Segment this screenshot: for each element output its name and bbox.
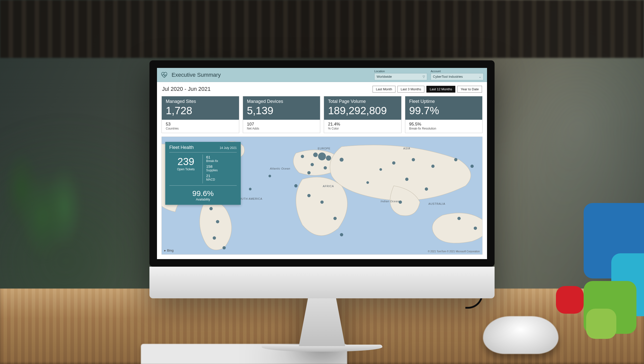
kpi-title: Managed Sites (166, 99, 235, 104)
kpi-value: 99.7% (409, 105, 478, 116)
map-label-au: Australia (428, 202, 445, 205)
availability-label: Availability (169, 198, 237, 201)
dashboard-root: Executive Summary Location Worldwide ▽ A… (157, 68, 487, 259)
kpi-value: 189,292,809 (328, 105, 397, 116)
range-pill-1[interactable]: Last 3 Months (397, 86, 425, 93)
svg-point-25 (454, 158, 457, 161)
world-map[interactable]: North America South America Europe Afric… (162, 137, 482, 255)
bing-icon: ▸ (164, 249, 166, 252)
location-value: Worldwide (377, 75, 392, 78)
kpi-value: 5,139 (247, 105, 316, 116)
svg-point-9 (301, 155, 304, 158)
monitor-chin (149, 267, 495, 298)
svg-point-14 (311, 163, 314, 166)
open-tickets-value: 239 (170, 156, 202, 167)
kpi-sub-label: % Color (328, 127, 397, 130)
range-pill-2[interactable]: Last 12 Months (426, 86, 455, 93)
availability-value: 99.6% (169, 189, 237, 198)
svg-point-35 (379, 168, 382, 171)
account-select[interactable]: CyberTool Industries ⌄ (431, 73, 484, 80)
kpi-sub-label: Break-fix Resolution (409, 127, 478, 130)
health-icon (160, 71, 168, 79)
svg-point-27 (405, 178, 409, 181)
date-range-text: Jul 2020 - Jun 2021 (162, 86, 211, 92)
svg-point-22 (392, 161, 395, 165)
svg-point-26 (470, 165, 474, 168)
svg-point-5 (210, 207, 213, 210)
kpi-title: Total Page Volume (328, 99, 397, 104)
svg-point-17 (294, 184, 298, 187)
kpi-row: Managed Sites1,72853CountriesManaged Dev… (157, 96, 487, 133)
svg-point-24 (431, 165, 434, 168)
svg-point-6 (216, 220, 219, 223)
svg-point-21 (340, 233, 343, 236)
header-bar: Executive Summary Location Worldwide ▽ A… (157, 68, 487, 82)
monitor-frame: Executive Summary Location Worldwide ▽ A… (149, 60, 495, 352)
filter-icon: ▽ (423, 75, 425, 78)
kpi-title: Managed Devices (247, 99, 316, 104)
range-pill-0[interactable]: Last Month (373, 86, 395, 93)
scene-photo-background: Executive Summary Location Worldwide ▽ A… (0, 0, 644, 364)
svg-point-8 (222, 246, 226, 250)
map-label-indian: Indian Ocean (381, 200, 399, 203)
ceiling-backdrop (0, 0, 644, 58)
page-title: Executive Summary (172, 72, 221, 78)
range-pill-3[interactable]: Year to Date (457, 86, 482, 93)
fleet-row-1: 158Supplies (206, 164, 237, 172)
map-label-eu: Europe (318, 147, 330, 150)
kpi-card-2[interactable]: Total Page Volume189,292,80921.4%% Color (324, 96, 401, 133)
svg-point-7 (213, 236, 216, 240)
kpi-sub-label: Countries (166, 127, 235, 130)
kpi-card-1[interactable]: Managed Devices5,139107Net Adds (243, 96, 320, 133)
fleet-health-card: Fleet Health 14 July 2021 239 Open Ticke… (165, 142, 241, 205)
svg-point-30 (457, 217, 461, 220)
svg-point-18 (307, 194, 311, 197)
account-value: CyberTool Industries (433, 75, 463, 78)
svg-point-33 (249, 188, 251, 190)
svg-point-28 (425, 187, 428, 191)
fleet-health-date: 14 July 2021 (220, 146, 237, 150)
range-pill-group: Last MonthLast 3 MonthsLast 12 MonthsYea… (373, 86, 482, 93)
location-label: Location (374, 70, 427, 73)
kpi-value: 1,728 (166, 105, 235, 116)
dashboard-screen: Executive Summary Location Worldwide ▽ A… (157, 68, 487, 259)
range-bar: Jul 2020 - Jun 2021 Last MonthLast 3 Mon… (157, 82, 487, 96)
logo-square-lime (586, 309, 616, 339)
map-label-atlantic: Atlantic Ocean (270, 167, 290, 170)
fleet-breakdown: 61Break-fix158Supplies21MACD (203, 154, 237, 183)
location-select[interactable]: Worldwide ▽ (374, 73, 427, 80)
svg-point-10 (313, 152, 318, 157)
svg-point-19 (320, 200, 324, 204)
map-copyright: © 2021 TomTom © 2021 Microsoft Corporati… (428, 250, 480, 253)
divider (169, 152, 237, 152)
chevron-down-icon: ⌄ (479, 75, 481, 78)
kpi-card-0[interactable]: Managed Sites1,72853Countries (162, 96, 239, 133)
divider (169, 185, 237, 186)
monitor-stand-neck (297, 298, 347, 346)
svg-point-13 (340, 158, 344, 162)
kpi-sub-value: 107 (247, 122, 316, 127)
kpi-sub-value: 95.5% (409, 122, 478, 127)
account-label: Account (431, 70, 484, 73)
svg-point-31 (474, 227, 477, 230)
plant-backdrop (0, 107, 96, 289)
kpi-sub-value: 53 (166, 122, 235, 127)
svg-point-12 (326, 155, 331, 161)
fleet-row-0: 61Break-fix (206, 155, 237, 163)
fleet-health-title: Fleet Health (169, 145, 194, 150)
map-provider-name: Bing (167, 249, 174, 252)
map-label-sa: South America (237, 197, 262, 200)
open-tickets-label: Open Tickets (170, 168, 202, 171)
svg-point-20 (333, 217, 337, 220)
logo-square-red (556, 286, 584, 314)
svg-point-15 (324, 166, 327, 170)
kpi-sub-label: Net Adds (247, 127, 316, 130)
svg-point-16 (307, 171, 311, 174)
map-label-af: Africa (323, 185, 334, 188)
map-provider-badge: ▸ Bing (164, 249, 174, 252)
svg-point-11 (318, 152, 326, 160)
kpi-card-3[interactable]: Fleet Uptime99.7%95.5%Break-fix Resoluti… (405, 96, 483, 133)
svg-point-23 (412, 158, 415, 161)
svg-point-29 (399, 200, 402, 204)
kpi-title: Fleet Uptime (409, 99, 478, 104)
